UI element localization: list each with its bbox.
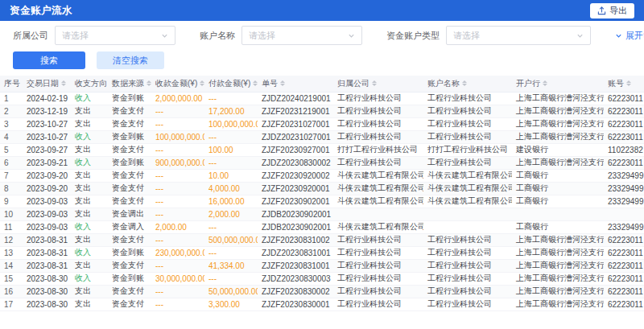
column-header-7[interactable]: 归属公司 bbox=[333, 76, 423, 92]
cell-4: 900,000,000.00 bbox=[151, 156, 204, 169]
sort-icon bbox=[372, 80, 377, 86]
cell-7: 工程行业科技公司 bbox=[333, 259, 423, 272]
cell-7: 斗侠云建筑工程有限公司 bbox=[333, 182, 423, 195]
cell-9: 工商银行 bbox=[512, 195, 604, 208]
cell-5: --- bbox=[204, 130, 258, 143]
cell-2: 支出 bbox=[71, 233, 108, 246]
sort-icon bbox=[543, 80, 547, 86]
filter-bar: 所属公司 请选择 账户名称 请选择 资金账户类型 请选择 bbox=[0, 21, 644, 45]
cell-9: 上海工商银行漕河泾支行 bbox=[512, 233, 604, 246]
cell-6: ZJZF20230830002 bbox=[258, 285, 333, 298]
column-header-label: 账户名称 bbox=[427, 78, 460, 89]
expand-filters-link[interactable]: 展开筛选 bbox=[615, 30, 644, 42]
column-header-5[interactable]: 付款金额(¥) bbox=[204, 76, 258, 92]
cell-10: 11022382 bbox=[604, 143, 644, 156]
cell-2: 支出 bbox=[71, 285, 108, 298]
company-select-placeholder: 请选择 bbox=[62, 30, 89, 42]
table-row: 142023-08-31支出资金支付---41,334.00ZJZF202308… bbox=[0, 259, 644, 272]
cell-5: 100,000,000.00 bbox=[204, 117, 258, 130]
column-header-2[interactable]: 收支方向 bbox=[71, 76, 108, 92]
cell-8: 斗侠云建筑工程有限公司 bbox=[423, 182, 512, 195]
cell-8: 工程行业科技公司 bbox=[423, 105, 512, 117]
cell-10: 23329499 bbox=[604, 182, 644, 195]
column-header-label: 数据来源 bbox=[112, 78, 144, 89]
cell-2: 收入 bbox=[71, 220, 108, 233]
cell-3: 资金支付 bbox=[108, 117, 151, 130]
cell-0: 11 bbox=[0, 220, 23, 233]
cell-10: 62223011 bbox=[604, 92, 644, 105]
cell-0: 6 bbox=[0, 156, 23, 169]
cell-8: 工程行业科技公司 bbox=[423, 246, 512, 259]
column-header-9[interactable]: 开户行 bbox=[512, 76, 604, 92]
cell-0: 14 bbox=[0, 259, 23, 272]
action-bar: 搜索 清空搜索 bbox=[0, 47, 644, 74]
cell-4: --- bbox=[151, 285, 204, 298]
cell-1: 2023-10-27 bbox=[23, 117, 71, 130]
cell-3: 资金调出 bbox=[108, 208, 151, 220]
cell-3: 资金到账 bbox=[108, 156, 151, 169]
cell-6: ZJDZ20230830003 bbox=[258, 272, 333, 285]
cell-10: 23329499 bbox=[604, 169, 644, 182]
cell-3: 资金支付 bbox=[108, 298, 151, 310]
cell-0: 10 bbox=[0, 208, 23, 220]
filter-company: 所属公司 请选择 bbox=[13, 26, 175, 45]
cell-6: ZJZF20231219001 bbox=[258, 105, 333, 117]
sort-icon bbox=[200, 80, 204, 86]
cell-3: 资金到账 bbox=[108, 272, 151, 285]
cell-8: 斗侠云建筑工程有限公司 bbox=[423, 169, 512, 182]
chevron-down-icon bbox=[576, 32, 584, 39]
column-header-3[interactable]: 数据来源 bbox=[108, 76, 151, 92]
account-select[interactable]: 请选择 bbox=[242, 26, 362, 45]
cell-5: --- bbox=[204, 156, 258, 169]
cell-5: 10.00 bbox=[204, 169, 258, 182]
column-header-1[interactable]: 交易日期 bbox=[23, 76, 71, 92]
cell-10: 23329499 bbox=[604, 220, 644, 233]
cell-3: 资金到账 bbox=[108, 92, 151, 105]
cell-4: 30,000,000.00 bbox=[151, 272, 204, 285]
column-header-8[interactable]: 账户名称 bbox=[423, 76, 512, 92]
column-header-10[interactable]: 账号 bbox=[604, 76, 644, 92]
expand-filters-label: 展开筛选 bbox=[625, 30, 644, 42]
filter-account-type: 资金账户类型 请选择 bbox=[386, 26, 591, 45]
cell-10: 62223011 bbox=[604, 285, 644, 298]
cell-9: 上海工商银行漕河泾支行 bbox=[512, 272, 604, 285]
cell-10: 62223011 bbox=[604, 246, 644, 259]
search-button[interactable]: 搜索 bbox=[13, 51, 85, 69]
cell-7: 工程行业科技公司 bbox=[333, 233, 423, 246]
cell-6: ZJZF20230927001 bbox=[258, 143, 333, 156]
table-row: 62023-09-21收入资金到账900,000,000.00---ZJDZ20… bbox=[0, 156, 644, 169]
filter-account: 账户名称 请选择 bbox=[200, 26, 362, 45]
cell-0: 16 bbox=[0, 285, 23, 298]
table-row: 172023-08-30支出资金支付---3,300.00ZJZF2023083… bbox=[0, 298, 644, 310]
cell-6: ZJDZ20240219001 bbox=[258, 92, 333, 105]
account-type-select[interactable]: 请选择 bbox=[446, 26, 591, 45]
cell-1: 2023-09-20 bbox=[23, 169, 71, 182]
cell-7 bbox=[333, 208, 423, 220]
sort-icon bbox=[626, 80, 631, 86]
column-header-6[interactable]: 单号 bbox=[258, 76, 333, 92]
cell-3: 资金到账 bbox=[108, 130, 151, 143]
clear-search-button[interactable]: 清空搜索 bbox=[97, 51, 164, 69]
cell-10: 62223011 bbox=[604, 156, 644, 169]
cell-8: 工程行业科技公司 bbox=[423, 285, 512, 298]
cell-9: 上海工商银行漕河泾支行 bbox=[512, 246, 604, 259]
cell-3: 资金支付 bbox=[108, 143, 151, 156]
cell-4: --- bbox=[151, 105, 204, 117]
cell-2: 支出 bbox=[71, 298, 108, 310]
page-header: 资金账户流水 导出 bbox=[0, 0, 644, 21]
column-header-label: 账号 bbox=[608, 78, 624, 89]
fund-account-flow-page: 资金账户流水 导出 所属公司 请选择 账户名称 请选择 bbox=[0, 0, 644, 329]
cell-0: 12 bbox=[0, 233, 23, 246]
cell-9: 上海工商银行漕河泾支行 bbox=[512, 117, 604, 130]
export-button[interactable]: 导出 bbox=[590, 3, 634, 19]
export-icon bbox=[597, 6, 606, 15]
column-header-4[interactable]: 收款金额(¥) bbox=[151, 76, 204, 92]
cell-1: 2023-09-20 bbox=[23, 182, 71, 195]
cell-6: ZJZF20230920002 bbox=[258, 169, 333, 182]
company-select[interactable]: 请选择 bbox=[55, 26, 175, 45]
table-row: 72023-09-20支出资金支付---10.00ZJZF20230920002… bbox=[0, 169, 644, 182]
cell-5: 50,000,000.00 bbox=[204, 285, 258, 298]
account-select-placeholder: 请选择 bbox=[249, 30, 275, 42]
cell-4: --- bbox=[151, 182, 204, 195]
cell-5: --- bbox=[204, 220, 258, 233]
